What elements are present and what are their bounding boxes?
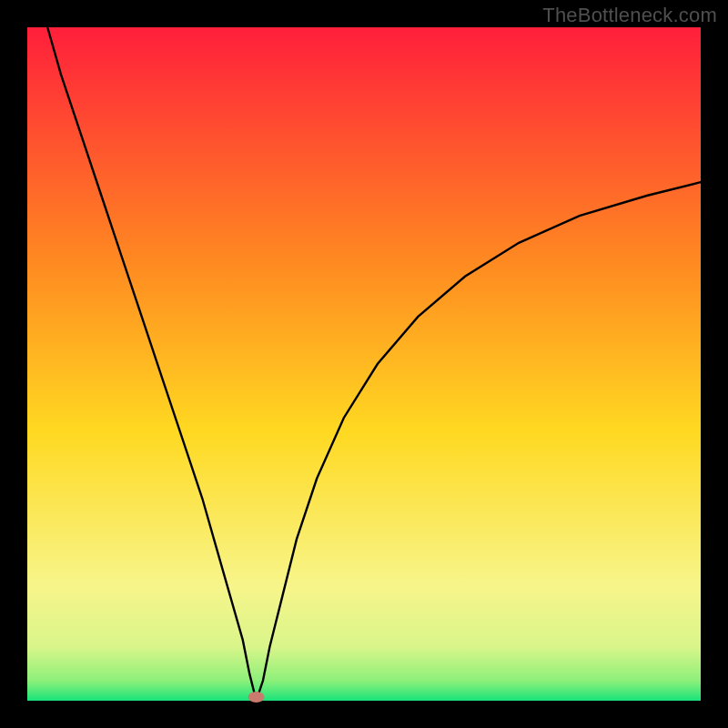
chart-frame: TheBottleneck.com bbox=[0, 0, 728, 728]
chart-svg bbox=[0, 0, 728, 728]
watermark-text: TheBottleneck.com bbox=[542, 4, 717, 27]
minimum-marker bbox=[248, 692, 265, 703]
gradient-background bbox=[27, 27, 701, 701]
